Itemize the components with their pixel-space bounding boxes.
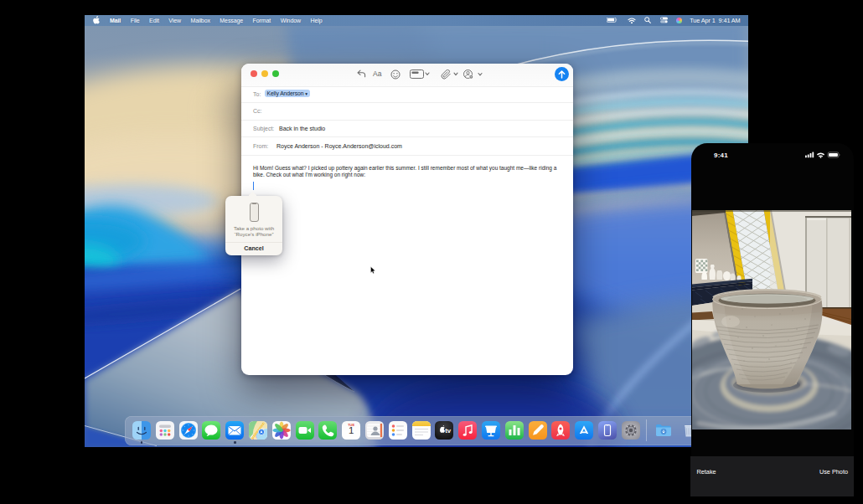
svg-text:tv: tv (446, 426, 452, 434)
